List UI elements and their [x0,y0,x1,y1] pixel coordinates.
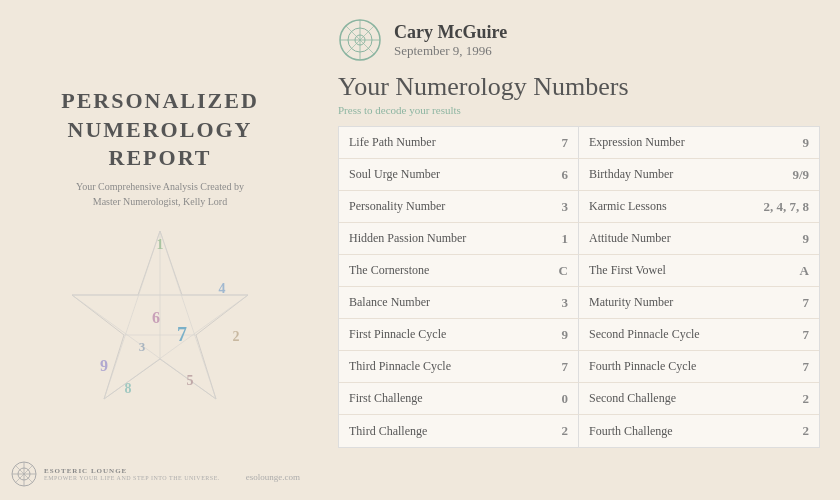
number-label: The Cornerstone [349,263,429,278]
profile-date: September 9, 1996 [394,43,507,59]
number-label: Second Pinnacle Cycle [589,327,700,342]
profile-name: Cary McGuire [394,22,507,43]
svg-text:7: 7 [177,323,187,345]
number-label: Second Challenge [589,391,676,406]
number-value: 2 [785,423,809,439]
logo-text: ESOTERIC LOUNGE EMPOWER YOUR LIFE AND ST… [44,467,220,481]
svg-text:9: 9 [100,357,108,374]
number-value: 3 [544,199,568,215]
number-row[interactable]: Fourth Pinnacle Cycle7 [579,351,819,383]
report-subtitle: Your Comprehensive Analysis Created by M… [76,179,244,209]
profile-info: Cary McGuire September 9, 1996 [394,22,507,59]
website-url: esolounge.com [246,472,300,482]
left-panel: Personalized Numerology Report Your Comp… [0,0,320,500]
number-value: 9 [785,231,809,247]
number-label: Third Challenge [349,424,427,439]
number-row[interactable]: Life Path Number7 [339,127,579,159]
number-row[interactable]: Third Pinnacle Cycle7 [339,351,579,383]
number-row[interactable]: Maturity Number7 [579,287,819,319]
section-title: Your Numerology Numbers [338,72,820,102]
profile-header: Cary McGuire September 9, 1996 [338,18,820,62]
number-value: 6 [544,167,568,183]
number-value: 7 [544,359,568,375]
numbers-grid: Life Path Number7Expression Number9Soul … [338,126,820,448]
number-label: First Pinnacle Cycle [349,327,446,342]
svg-text:1: 1 [157,237,164,252]
number-row[interactable]: Balance Number3 [339,287,579,319]
number-label: Personality Number [349,199,445,214]
number-label: Life Path Number [349,135,436,150]
section-subtitle: Press to decode your results [338,104,820,116]
number-value: 1 [544,231,568,247]
number-label: Birthday Number [589,167,673,182]
number-label: Soul Urge Number [349,167,440,182]
star-diagram: 1 4 6 7 2 3 5 9 8 [60,223,260,413]
number-row[interactable]: Expression Number9 [579,127,819,159]
bottom-logo: ESOTERIC LOUNGE EMPOWER YOUR LIFE AND ST… [10,460,220,488]
number-row[interactable]: The CornerstoneC [339,255,579,287]
number-label: Third Pinnacle Cycle [349,359,451,374]
svg-text:8: 8 [125,381,132,396]
number-value: 2 [544,423,568,439]
esoteric-logo-icon [10,460,38,488]
svg-text:4: 4 [219,281,226,296]
number-row[interactable]: Birthday Number9/9 [579,159,819,191]
number-value: 2 [785,391,809,407]
number-value: 0 [544,391,568,407]
number-row[interactable]: First Pinnacle Cycle9 [339,319,579,351]
number-value: 3 [544,295,568,311]
number-value: 7 [785,359,809,375]
number-label: First Challenge [349,391,423,406]
svg-text:3: 3 [139,339,146,354]
number-label: Attitude Number [589,231,671,246]
number-value: 9 [785,135,809,151]
number-value: A [785,263,809,279]
number-row[interactable]: Soul Urge Number6 [339,159,579,191]
number-row[interactable]: Hidden Passion Number1 [339,223,579,255]
number-value: 7 [785,327,809,343]
profile-icon [338,18,382,62]
number-row[interactable]: Attitude Number9 [579,223,819,255]
number-value: 7 [544,135,568,151]
number-value: C [544,263,568,279]
number-label: Hidden Passion Number [349,231,466,246]
number-value: 9/9 [785,167,809,183]
number-row[interactable]: Personality Number3 [339,191,579,223]
svg-text:6: 6 [152,309,160,326]
number-row[interactable]: First Challenge0 [339,383,579,415]
number-label: Expression Number [589,135,685,150]
number-row[interactable]: Third Challenge2 [339,415,579,447]
number-value: 2, 4, 7, 8 [764,199,810,215]
number-row[interactable]: Second Challenge2 [579,383,819,415]
svg-text:2: 2 [233,329,240,344]
number-label: Karmic Lessons [589,199,667,214]
number-label: Fourth Challenge [589,424,673,439]
number-row[interactable]: The First VowelA [579,255,819,287]
number-label: The First Vowel [589,263,666,278]
number-label: Balance Number [349,295,430,310]
number-label: Maturity Number [589,295,673,310]
number-label: Fourth Pinnacle Cycle [589,359,696,374]
number-value: 7 [785,295,809,311]
number-row[interactable]: Karmic Lessons2, 4, 7, 8 [579,191,819,223]
svg-text:5: 5 [187,373,194,388]
report-title: Personalized Numerology Report [20,87,300,173]
right-panel: Cary McGuire September 9, 1996 Your Nume… [320,0,840,500]
number-row[interactable]: Second Pinnacle Cycle7 [579,319,819,351]
number-row[interactable]: Fourth Challenge2 [579,415,819,447]
number-value: 9 [544,327,568,343]
